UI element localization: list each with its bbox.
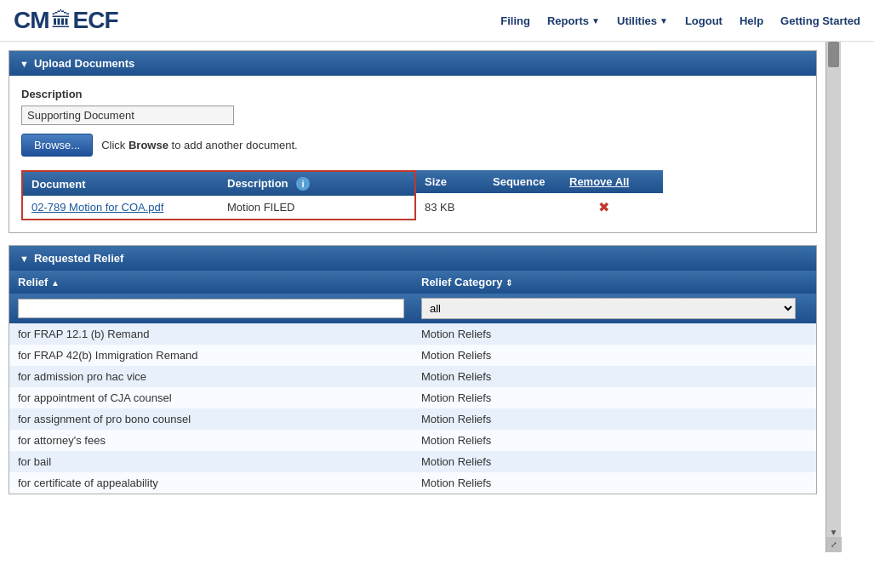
doc-sequence-cell: [484, 193, 561, 220]
doc-size-text: 83 KB: [425, 201, 454, 214]
col-sequence: Sequence: [484, 170, 561, 193]
scrollbar[interactable]: ▼ ⤢: [825, 42, 841, 552]
browse-hint: Click Browse to add another document.: [101, 139, 298, 151]
nav-utilities-dropdown[interactable]: Utilities ▼: [617, 14, 668, 27]
relief-item-text: for attorney's fees: [9, 430, 413, 451]
relief-category-text: Motion Reliefs: [413, 451, 816, 472]
relief-header-row: Relief ▲ Relief Category ⇕: [9, 271, 816, 294]
list-item: for certificate of appealability Motion …: [9, 472, 816, 494]
table-row-extra: 83 KB ✖: [416, 193, 663, 220]
scroll-down-arrow-icon[interactable]: ▼: [826, 528, 841, 537]
remove-all-link[interactable]: Remove All: [569, 175, 629, 188]
upload-documents-panel: ▼ Upload Documents Description Browse...…: [9, 50, 817, 233]
utilities-dropdown-arrow: ▼: [660, 16, 668, 26]
upload-toggle-icon[interactable]: ▼: [20, 59, 29, 69]
relief-table-body: for FRAP 12.1 (b) Remand Motion Reliefs …: [9, 323, 816, 494]
doc-size-cell: 83 KB: [416, 193, 484, 220]
description-input[interactable]: [21, 106, 234, 125]
relief-category-text: Motion Reliefs: [413, 472, 816, 494]
requested-relief-panel: ▼ Requested Relief Relief ▲ Relief Categ…: [9, 245, 817, 494]
list-item: for FRAP 12.1 (b) Remand Motion Reliefs: [9, 323, 816, 345]
description-info-icon[interactable]: i: [296, 177, 310, 191]
documents-inner-table: Document Description i: [23, 172, 414, 219]
list-item: for appointment of CJA counsel Motion Re…: [9, 387, 816, 408]
relief-item-text: for admission pro hac vice: [9, 366, 413, 387]
relief-category-sort-icon[interactable]: ⇕: [506, 278, 512, 288]
remove-document-button[interactable]: ✖: [598, 199, 609, 215]
relief-toggle-icon[interactable]: ▼: [20, 254, 29, 264]
doc-description-cell: Motion FILED: [219, 196, 414, 219]
col-extra: [646, 170, 663, 193]
col-relief-category-header: Relief Category ⇕: [413, 271, 816, 294]
nav-links: Filing Reports ▼ Utilities ▼ Logout Help…: [500, 14, 860, 27]
col-document: Document: [23, 172, 219, 196]
documents-table-container: Document Description i: [21, 170, 804, 220]
list-item: for admission pro hac vice Motion Relief…: [9, 366, 816, 387]
doc-filename-link[interactable]: 02-789 Motion for COA.pdf: [31, 201, 163, 214]
scroll-thumb[interactable]: [828, 42, 839, 67]
nav-reports[interactable]: Reports: [547, 14, 589, 27]
doc-filename-cell: 02-789 Motion for COA.pdf: [23, 196, 219, 219]
doc-remove-cell: ✖: [561, 193, 646, 220]
nav-logout[interactable]: Logout: [685, 14, 723, 27]
col-extra-cell: [646, 193, 663, 220]
content-area: ▼ Upload Documents Description Browse...…: [0, 42, 825, 552]
list-item: for FRAP 42(b) Immigration Remand Motion…: [9, 345, 816, 366]
nav-getting-started[interactable]: Getting Started: [780, 14, 860, 27]
relief-sort-asc-icon[interactable]: ▲: [51, 278, 60, 288]
relief-category-text: Motion Reliefs: [413, 366, 816, 387]
logo-building-icon: 🏛: [51, 9, 71, 32]
relief-filter-row: all: [9, 294, 816, 323]
upload-documents-body: Description Browse... Click Browse to ad…: [9, 76, 816, 232]
documents-extra-table: Size Sequence Remove All: [416, 170, 663, 220]
relief-item-text: for FRAP 12.1 (b) Remand: [9, 323, 413, 345]
col-description: Description i: [219, 172, 414, 196]
col-size: Size: [416, 170, 484, 193]
table-row: 02-789 Motion for COA.pdf Motion FILED: [23, 196, 414, 219]
doc-description-text: Motion FILED: [227, 201, 294, 214]
requested-relief-body: Relief ▲ Relief Category ⇕: [9, 271, 816, 494]
reports-dropdown-arrow: ▼: [591, 16, 600, 26]
logo-cm: CM: [14, 7, 49, 34]
nav-reports-dropdown[interactable]: Reports ▼: [547, 14, 600, 27]
relief-item-text: for bail: [9, 451, 413, 472]
list-item: for bail Motion Reliefs: [9, 451, 816, 472]
nav-utilities[interactable]: Utilities: [617, 14, 657, 27]
relief-category-text: Motion Reliefs: [413, 387, 816, 408]
browse-button[interactable]: Browse...: [21, 134, 93, 157]
list-item: for assignment of pro bono counsel Motio…: [9, 408, 816, 430]
list-item: for attorney's fees Motion Reliefs: [9, 430, 816, 451]
header: CM 🏛 ECF Filing Reports ▼ Utilities ▼ Lo…: [0, 0, 874, 42]
relief-item-text: for assignment of pro bono counsel: [9, 408, 413, 430]
fullscreen-icon[interactable]: ⤢: [826, 537, 842, 552]
relief-table: Relief ▲ Relief Category ⇕: [9, 271, 816, 494]
nav-filing[interactable]: Filing: [500, 14, 530, 27]
relief-category-text: Motion Reliefs: [413, 408, 816, 430]
relief-item-text: for appointment of CJA counsel: [9, 387, 413, 408]
relief-category-text: Motion Reliefs: [413, 345, 816, 366]
requested-relief-header: ▼ Requested Relief: [9, 246, 816, 271]
relief-item-text: for FRAP 42(b) Immigration Remand: [9, 345, 413, 366]
relief-category-select[interactable]: all: [421, 298, 796, 319]
nav-help[interactable]: Help: [740, 14, 763, 27]
browse-row: Browse... Click Browse to add another do…: [21, 134, 804, 157]
col-relief-header: Relief ▲: [9, 271, 413, 294]
red-border-wrapper: Document Description i: [21, 170, 416, 220]
upload-documents-title: Upload Documents: [34, 57, 134, 70]
requested-relief-title: Requested Relief: [34, 252, 123, 265]
relief-item-text: for certificate of appealability: [9, 472, 413, 494]
relief-filter-cell: [9, 294, 413, 323]
relief-category-text: Motion Reliefs: [413, 323, 816, 345]
relief-filter-input[interactable]: [18, 299, 404, 318]
relief-category-filter-cell: all: [413, 294, 816, 323]
logo-ecf: ECF: [73, 7, 118, 34]
description-label: Description: [21, 88, 804, 100]
relief-category-text: Motion Reliefs: [413, 430, 816, 451]
col-remove-all: Remove All: [561, 170, 646, 193]
upload-documents-header: ▼ Upload Documents: [9, 51, 816, 76]
logo: CM 🏛 ECF: [14, 7, 118, 34]
